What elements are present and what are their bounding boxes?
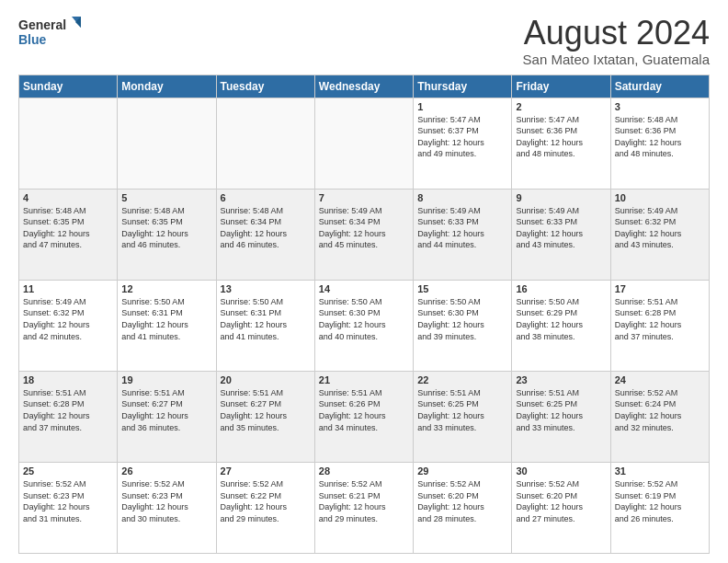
table-row: 15Sunrise: 5:50 AM Sunset: 6:30 PM Dayli… (414, 280, 512, 371)
table-row: 23Sunrise: 5:51 AM Sunset: 6:25 PM Dayli… (512, 371, 610, 462)
day-number: 3 (615, 101, 705, 112)
day-number: 17 (615, 283, 705, 294)
table-row: 13Sunrise: 5:50 AM Sunset: 6:31 PM Dayli… (216, 280, 314, 371)
table-row: 11Sunrise: 5:49 AM Sunset: 6:32 PM Dayli… (19, 280, 118, 371)
day-info: Sunrise: 5:50 AM Sunset: 6:30 PM Dayligh… (417, 296, 507, 342)
day-info: Sunrise: 5:49 AM Sunset: 6:34 PM Dayligh… (319, 205, 409, 251)
day-info: Sunrise: 5:52 AM Sunset: 6:19 PM Dayligh… (615, 478, 705, 524)
day-info: Sunrise: 5:49 AM Sunset: 6:33 PM Dayligh… (417, 205, 507, 251)
day-info: Sunrise: 5:52 AM Sunset: 6:20 PM Dayligh… (516, 478, 606, 524)
day-number: 29 (417, 465, 507, 477)
subtitle: San Mateo Ixtatan, Guatemala (523, 52, 710, 67)
table-row: 8Sunrise: 5:49 AM Sunset: 6:33 PM Daylig… (414, 189, 512, 280)
table-row: 18Sunrise: 5:51 AM Sunset: 6:28 PM Dayli… (19, 371, 118, 462)
day-info: Sunrise: 5:51 AM Sunset: 6:25 PM Dayligh… (417, 387, 507, 433)
day-info: Sunrise: 5:50 AM Sunset: 6:29 PM Dayligh… (516, 296, 606, 342)
table-row: 26Sunrise: 5:52 AM Sunset: 6:23 PM Dayli… (118, 462, 216, 553)
table-row: 20Sunrise: 5:51 AM Sunset: 6:27 PM Dayli… (216, 371, 314, 462)
table-row: 14Sunrise: 5:50 AM Sunset: 6:30 PM Dayli… (314, 280, 413, 371)
col-tuesday: Tuesday (216, 75, 314, 98)
day-number: 18 (23, 374, 113, 385)
table-row: 28Sunrise: 5:52 AM Sunset: 6:21 PM Dayli… (314, 462, 413, 553)
table-row: 31Sunrise: 5:52 AM Sunset: 6:19 PM Dayli… (610, 462, 709, 553)
table-row: 12Sunrise: 5:50 AM Sunset: 6:31 PM Dayli… (118, 280, 216, 371)
table-row: 1Sunrise: 5:47 AM Sunset: 6:37 PM Daylig… (414, 98, 512, 189)
table-row: 22Sunrise: 5:51 AM Sunset: 6:25 PM Dayli… (414, 371, 512, 462)
day-number: 28 (319, 465, 409, 477)
col-friday: Friday (512, 75, 610, 98)
calendar-week-row: 4Sunrise: 5:48 AM Sunset: 6:35 PM Daylig… (19, 189, 710, 280)
table-row: 6Sunrise: 5:48 AM Sunset: 6:34 PM Daylig… (216, 189, 314, 280)
table-row (19, 98, 118, 189)
day-info: Sunrise: 5:48 AM Sunset: 6:35 PM Dayligh… (121, 205, 211, 251)
calendar-week-row: 25Sunrise: 5:52 AM Sunset: 6:23 PM Dayli… (19, 462, 710, 553)
day-info: Sunrise: 5:50 AM Sunset: 6:30 PM Dayligh… (319, 296, 409, 342)
day-info: Sunrise: 5:51 AM Sunset: 6:28 PM Dayligh… (615, 296, 705, 342)
day-number: 10 (615, 192, 705, 203)
day-info: Sunrise: 5:47 AM Sunset: 6:37 PM Dayligh… (417, 114, 507, 160)
day-number: 7 (319, 192, 409, 203)
table-row: 17Sunrise: 5:51 AM Sunset: 6:28 PM Dayli… (610, 280, 709, 371)
table-row: 24Sunrise: 5:52 AM Sunset: 6:24 PM Dayli… (610, 371, 709, 462)
day-number: 26 (121, 465, 211, 477)
day-number: 27 (221, 465, 311, 477)
calendar-week-row: 1Sunrise: 5:47 AM Sunset: 6:37 PM Daylig… (19, 98, 710, 189)
day-number: 8 (417, 192, 507, 203)
day-number: 5 (121, 192, 211, 203)
logo: General Blue (18, 15, 83, 53)
day-number: 12 (121, 283, 211, 294)
day-number: 23 (516, 374, 606, 385)
table-row: 16Sunrise: 5:50 AM Sunset: 6:29 PM Dayli… (512, 280, 610, 371)
table-row: 19Sunrise: 5:51 AM Sunset: 6:27 PM Dayli… (118, 371, 216, 462)
day-number: 11 (23, 283, 113, 294)
day-info: Sunrise: 5:51 AM Sunset: 6:25 PM Dayligh… (516, 387, 606, 433)
table-row: 3Sunrise: 5:48 AM Sunset: 6:36 PM Daylig… (610, 98, 709, 189)
day-info: Sunrise: 5:50 AM Sunset: 6:31 PM Dayligh… (121, 296, 211, 342)
calendar-week-row: 11Sunrise: 5:49 AM Sunset: 6:32 PM Dayli… (19, 280, 710, 371)
day-info: Sunrise: 5:48 AM Sunset: 6:35 PM Dayligh… (23, 205, 113, 251)
table-row: 2Sunrise: 5:47 AM Sunset: 6:36 PM Daylig… (512, 98, 610, 189)
day-number: 30 (516, 465, 606, 477)
day-info: Sunrise: 5:47 AM Sunset: 6:36 PM Dayligh… (516, 114, 606, 160)
col-saturday: Saturday (610, 75, 709, 98)
day-number: 21 (319, 374, 409, 385)
table-row (118, 98, 216, 189)
table-row (314, 98, 413, 189)
svg-text:General: General (18, 17, 66, 32)
table-row: 9Sunrise: 5:49 AM Sunset: 6:33 PM Daylig… (512, 189, 610, 280)
day-number: 19 (121, 374, 211, 385)
day-number: 14 (319, 283, 409, 294)
table-row: 10Sunrise: 5:49 AM Sunset: 6:32 PM Dayli… (610, 189, 709, 280)
day-info: Sunrise: 5:51 AM Sunset: 6:28 PM Dayligh… (23, 387, 113, 433)
day-number: 25 (23, 465, 113, 477)
day-number: 22 (417, 374, 507, 385)
table-row: 4Sunrise: 5:48 AM Sunset: 6:35 PM Daylig… (19, 189, 118, 280)
day-info: Sunrise: 5:50 AM Sunset: 6:31 PM Dayligh… (221, 296, 311, 342)
day-info: Sunrise: 5:52 AM Sunset: 6:24 PM Dayligh… (615, 387, 705, 433)
day-number: 2 (516, 101, 606, 112)
day-number: 31 (615, 465, 705, 477)
table-row: 25Sunrise: 5:52 AM Sunset: 6:23 PM Dayli… (19, 462, 118, 553)
day-number: 24 (615, 374, 705, 385)
day-info: Sunrise: 5:51 AM Sunset: 6:27 PM Dayligh… (121, 387, 211, 433)
day-info: Sunrise: 5:49 AM Sunset: 6:33 PM Dayligh… (516, 205, 606, 251)
day-number: 20 (221, 374, 311, 385)
day-number: 4 (23, 192, 113, 203)
col-monday: Monday (118, 75, 216, 98)
day-info: Sunrise: 5:49 AM Sunset: 6:32 PM Dayligh… (23, 296, 113, 342)
header: General Blue August 2024 San Mateo Ixtat… (18, 15, 710, 67)
day-info: Sunrise: 5:52 AM Sunset: 6:23 PM Dayligh… (121, 478, 211, 524)
day-info: Sunrise: 5:49 AM Sunset: 6:32 PM Dayligh… (615, 205, 705, 251)
calendar-table: Sunday Monday Tuesday Wednesday Thursday… (18, 75, 710, 554)
table-row: 7Sunrise: 5:49 AM Sunset: 6:34 PM Daylig… (314, 189, 413, 280)
day-info: Sunrise: 5:52 AM Sunset: 6:20 PM Dayligh… (417, 478, 507, 524)
day-info: Sunrise: 5:52 AM Sunset: 6:21 PM Dayligh… (319, 478, 409, 524)
day-info: Sunrise: 5:48 AM Sunset: 6:34 PM Dayligh… (221, 205, 311, 251)
day-info: Sunrise: 5:48 AM Sunset: 6:36 PM Dayligh… (615, 114, 705, 160)
col-wednesday: Wednesday (314, 75, 413, 98)
day-number: 1 (417, 101, 507, 112)
table-row: 5Sunrise: 5:48 AM Sunset: 6:35 PM Daylig… (118, 189, 216, 280)
day-info: Sunrise: 5:52 AM Sunset: 6:23 PM Dayligh… (23, 478, 113, 524)
table-row: 21Sunrise: 5:51 AM Sunset: 6:26 PM Dayli… (314, 371, 413, 462)
title-block: August 2024 San Mateo Ixtatan, Guatemala (523, 15, 710, 67)
